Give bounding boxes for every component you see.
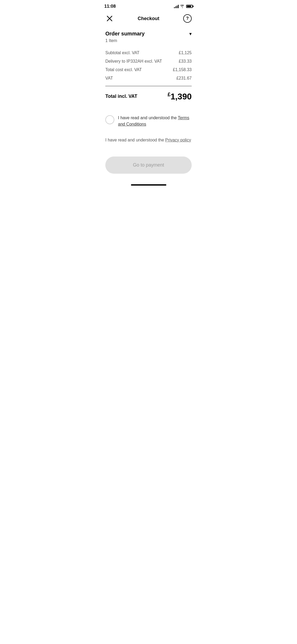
terms-text: I have read and understood the Terms and… [118,115,192,127]
status-icons [174,4,193,8]
signal-icon [174,4,179,8]
total-row: Total incl. VAT £1,390 [105,91,192,102]
page-title: Checkout [138,16,159,21]
line-item-label: Total cost excl. VAT [105,67,142,72]
status-time: 11:08 [104,4,116,9]
line-item: Delivery to IP332AH excl. VAT £33.33 [105,59,192,64]
item-count: 1 Item [105,38,192,43]
line-item-value: £1,125 [179,50,192,55]
help-button[interactable]: ? [183,14,192,23]
wifi-icon [180,5,185,8]
line-items: Subtotal excl. VAT £1,125 Delivery to IP… [105,50,192,81]
privacy-text: I have read and understood the Privacy p… [105,138,191,142]
order-summary-title: Order summary [105,31,145,37]
line-item: Total cost excl. VAT £1,158.33 [105,67,192,72]
line-item-value: £231.67 [176,76,192,81]
privacy-link[interactable]: Privacy policy [165,138,191,142]
home-indicator [131,184,166,186]
line-item: Subtotal excl. VAT £1,125 [105,50,192,55]
line-item: VAT £231.67 [105,76,192,81]
status-bar: 11:08 [99,0,198,12]
line-item-label: VAT [105,76,113,81]
main-content: Order summary ▾ 1 Item Subtotal excl. VA… [99,31,198,184]
total-currency: £ [168,91,171,97]
order-summary-header: Order summary ▾ [105,31,192,37]
total-label: Total incl. VAT [105,94,137,99]
terms-section: I have read and understood the Terms and… [105,115,192,127]
line-item-value: £33.33 [179,59,192,64]
terms-checkbox[interactable] [105,115,114,124]
privacy-section: I have read and understood the Privacy p… [105,137,192,143]
battery-icon [186,5,193,8]
nav-bar: Checkout ? [99,12,198,25]
go-to-payment-button[interactable]: Go to payment [105,157,192,174]
line-item-label: Subtotal excl. VAT [105,50,139,55]
close-button[interactable] [105,14,114,23]
line-item-label: Delivery to IP332AH excl. VAT [105,59,162,64]
line-item-value: £1,158.33 [173,67,192,72]
divider [105,86,192,86]
expand-summary-button[interactable]: ▾ [189,31,192,37]
total-value: £1,390 [168,91,192,102]
